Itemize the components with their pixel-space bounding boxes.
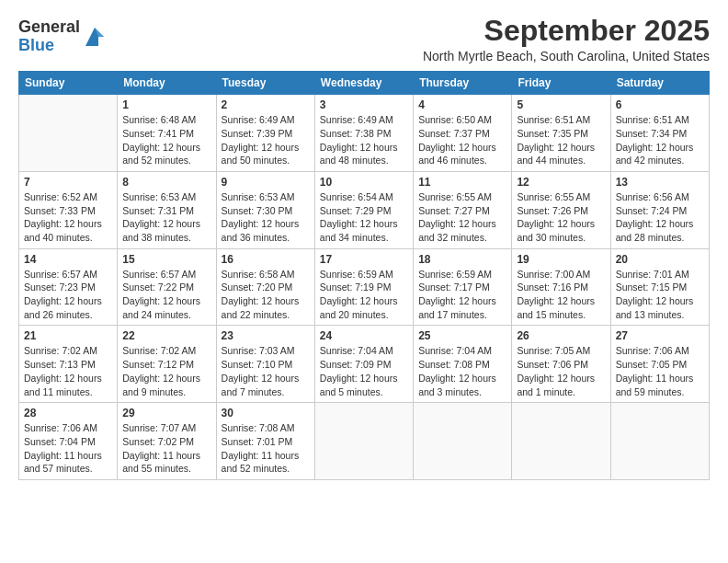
table-row: [19, 95, 118, 172]
table-row: 18Sunrise: 6:59 AMSunset: 7:17 PMDayligh…: [414, 248, 512, 326]
day-info: Sunrise: 7:04 AMSunset: 7:09 PMDaylight:…: [320, 344, 408, 398]
day-info: Sunrise: 7:00 AMSunset: 7:16 PMDaylight:…: [517, 268, 605, 322]
calendar-week-5: 28Sunrise: 7:06 AMSunset: 7:04 PMDayligh…: [19, 403, 710, 480]
day-info: Sunrise: 7:02 AMSunset: 7:13 PMDaylight:…: [24, 344, 112, 398]
day-number: 7: [24, 176, 112, 189]
day-number: 25: [418, 329, 506, 342]
table-row: 1Sunrise: 6:48 AMSunset: 7:41 PMDaylight…: [118, 95, 216, 172]
day-info: Sunrise: 6:58 AMSunset: 7:20 PMDaylight:…: [222, 268, 310, 322]
table-row: 14Sunrise: 6:57 AMSunset: 7:23 PMDayligh…: [19, 248, 118, 326]
day-number: 18: [418, 253, 506, 266]
day-number: 27: [616, 329, 704, 342]
day-number: 5: [517, 98, 605, 111]
day-info: Sunrise: 6:49 AMSunset: 7:39 PMDaylight:…: [222, 113, 310, 167]
day-number: 10: [320, 176, 408, 189]
day-number: 1: [122, 98, 210, 111]
logo-general: General: [18, 17, 80, 36]
day-info: Sunrise: 6:59 AMSunset: 7:17 PMDaylight:…: [418, 268, 506, 322]
day-number: 19: [517, 253, 605, 266]
day-info: Sunrise: 7:05 AMSunset: 7:06 PMDaylight:…: [517, 344, 605, 398]
calendar-header-friday: Friday: [512, 72, 610, 95]
calendar-table: SundayMondayTuesdayWednesdayThursdayFrid…: [18, 71, 710, 480]
calendar-week-3: 14Sunrise: 6:57 AMSunset: 7:23 PMDayligh…: [19, 248, 710, 326]
day-number: 26: [517, 329, 605, 342]
table-row: 8Sunrise: 6:53 AMSunset: 7:31 PMDaylight…: [118, 171, 216, 248]
day-number: 22: [122, 329, 210, 342]
table-row: 9Sunrise: 6:53 AMSunset: 7:30 PMDaylight…: [216, 171, 314, 248]
calendar-header-monday: Monday: [118, 72, 216, 95]
title-block: September 2025 North Myrtle Beach, South…: [423, 15, 710, 63]
table-row: 22Sunrise: 7:02 AMSunset: 7:12 PMDayligh…: [118, 326, 216, 403]
page: General Blue September 2025 North Myrtle…: [0, 0, 728, 491]
day-number: 21: [24, 329, 112, 342]
calendar-header-row: SundayMondayTuesdayWednesdayThursdayFrid…: [19, 72, 710, 95]
table-row: 19Sunrise: 7:00 AMSunset: 7:16 PMDayligh…: [512, 248, 610, 326]
day-info: Sunrise: 6:51 AMSunset: 7:35 PMDaylight:…: [517, 113, 605, 167]
table-row: 20Sunrise: 7:01 AMSunset: 7:15 PMDayligh…: [610, 248, 709, 326]
day-number: 16: [222, 253, 310, 266]
day-info: Sunrise: 6:57 AMSunset: 7:23 PMDaylight:…: [24, 268, 112, 322]
table-row: 3Sunrise: 6:49 AMSunset: 7:38 PMDaylight…: [314, 95, 413, 172]
table-row: 26Sunrise: 7:05 AMSunset: 7:06 PMDayligh…: [512, 326, 610, 403]
day-number: 13: [616, 176, 704, 189]
table-row: [512, 403, 610, 480]
calendar-week-2: 7Sunrise: 6:52 AMSunset: 7:33 PMDaylight…: [19, 171, 710, 248]
day-info: Sunrise: 6:50 AMSunset: 7:37 PMDaylight:…: [418, 113, 506, 167]
table-row: 28Sunrise: 7:06 AMSunset: 7:04 PMDayligh…: [19, 403, 118, 480]
table-row: [610, 403, 709, 480]
calendar-header-tuesday: Tuesday: [216, 72, 314, 95]
day-info: Sunrise: 7:01 AMSunset: 7:15 PMDaylight:…: [616, 268, 704, 322]
day-number: 23: [222, 329, 310, 342]
table-row: 15Sunrise: 6:57 AMSunset: 7:22 PMDayligh…: [118, 248, 216, 326]
day-info: Sunrise: 6:48 AMSunset: 7:41 PMDaylight:…: [122, 113, 210, 167]
day-info: Sunrise: 6:53 AMSunset: 7:30 PMDaylight:…: [222, 190, 310, 245]
table-row: 11Sunrise: 6:55 AMSunset: 7:27 PMDayligh…: [414, 171, 512, 248]
day-info: Sunrise: 6:54 AMSunset: 7:29 PMDaylight:…: [320, 190, 408, 245]
table-row: 23Sunrise: 7:03 AMSunset: 7:10 PMDayligh…: [216, 326, 314, 403]
calendar-header-thursday: Thursday: [414, 72, 512, 95]
table-row: [314, 403, 413, 480]
table-row: 30Sunrise: 7:08 AMSunset: 7:01 PMDayligh…: [216, 403, 314, 480]
table-row: 2Sunrise: 6:49 AMSunset: 7:39 PMDaylight…: [216, 95, 314, 172]
table-row: 25Sunrise: 7:04 AMSunset: 7:08 PMDayligh…: [414, 326, 512, 403]
day-info: Sunrise: 7:07 AMSunset: 7:02 PMDaylight:…: [122, 421, 210, 476]
month-title: September 2025: [423, 15, 710, 47]
table-row: 10Sunrise: 6:54 AMSunset: 7:29 PMDayligh…: [314, 171, 413, 248]
calendar-week-4: 21Sunrise: 7:02 AMSunset: 7:13 PMDayligh…: [19, 326, 710, 403]
day-info: Sunrise: 6:59 AMSunset: 7:19 PMDaylight:…: [320, 268, 408, 322]
day-info: Sunrise: 6:56 AMSunset: 7:24 PMDaylight:…: [616, 190, 704, 245]
logo-icon: [82, 24, 108, 50]
day-info: Sunrise: 7:08 AMSunset: 7:01 PMDaylight:…: [222, 421, 310, 476]
location: North Myrtle Beach, South Carolina, Unit…: [423, 49, 710, 63]
header: General Blue September 2025 North Myrtle…: [18, 15, 710, 63]
day-info: Sunrise: 7:04 AMSunset: 7:08 PMDaylight:…: [418, 344, 506, 398]
calendar-header-saturday: Saturday: [610, 72, 709, 95]
day-info: Sunrise: 7:06 AMSunset: 7:05 PMDaylight:…: [616, 344, 704, 398]
day-info: Sunrise: 6:55 AMSunset: 7:26 PMDaylight:…: [517, 190, 605, 245]
table-row: 4Sunrise: 6:50 AMSunset: 7:37 PMDaylight…: [414, 95, 512, 172]
logo-text: General Blue: [18, 18, 80, 55]
day-number: 30: [222, 407, 310, 419]
day-info: Sunrise: 6:57 AMSunset: 7:22 PMDaylight:…: [122, 268, 210, 322]
day-info: Sunrise: 7:02 AMSunset: 7:12 PMDaylight:…: [122, 344, 210, 398]
day-number: 3: [320, 98, 408, 111]
table-row: 6Sunrise: 6:51 AMSunset: 7:34 PMDaylight…: [610, 95, 709, 172]
day-number: 4: [418, 98, 506, 111]
table-row: 29Sunrise: 7:07 AMSunset: 7:02 PMDayligh…: [118, 403, 216, 480]
day-number: 8: [122, 176, 210, 189]
calendar-week-1: 1Sunrise: 6:48 AMSunset: 7:41 PMDaylight…: [19, 95, 710, 172]
day-number: 14: [24, 253, 112, 266]
table-row: 7Sunrise: 6:52 AMSunset: 7:33 PMDaylight…: [19, 171, 118, 248]
table-row: 17Sunrise: 6:59 AMSunset: 7:19 PMDayligh…: [314, 248, 413, 326]
day-number: 6: [616, 98, 704, 111]
table-row: 12Sunrise: 6:55 AMSunset: 7:26 PMDayligh…: [512, 171, 610, 248]
day-info: Sunrise: 6:55 AMSunset: 7:27 PMDaylight:…: [418, 190, 506, 245]
day-number: 28: [24, 407, 112, 419]
table-row: 13Sunrise: 6:56 AMSunset: 7:24 PMDayligh…: [610, 171, 709, 248]
day-number: 11: [418, 176, 506, 189]
day-number: 29: [122, 407, 210, 419]
day-info: Sunrise: 7:03 AMSunset: 7:10 PMDaylight:…: [222, 344, 310, 398]
day-number: 24: [320, 329, 408, 342]
day-info: Sunrise: 6:51 AMSunset: 7:34 PMDaylight:…: [616, 113, 704, 167]
day-number: 17: [320, 253, 408, 266]
